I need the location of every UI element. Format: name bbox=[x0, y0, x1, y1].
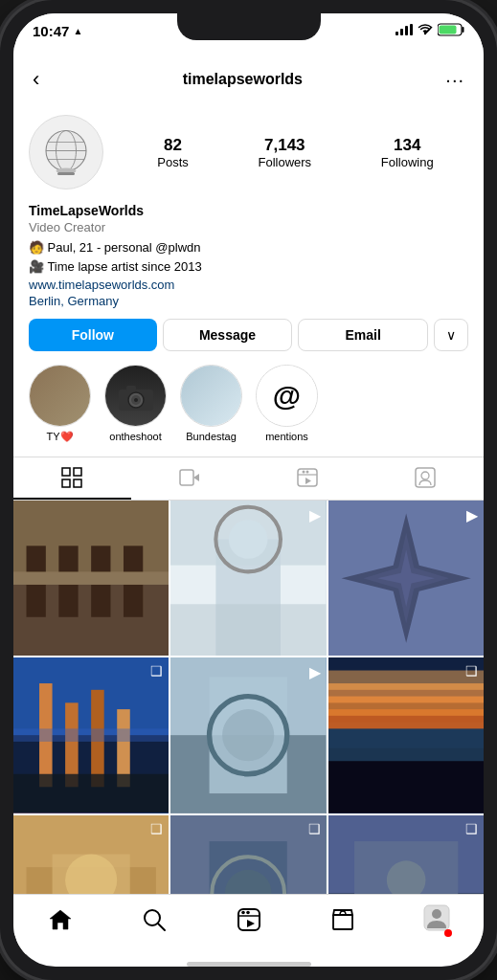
grid-item[interactable]: ❑ bbox=[328, 815, 484, 894]
multi-photo-icon: ❑ bbox=[150, 663, 163, 679]
dropdown-button[interactable]: ∨ bbox=[434, 319, 468, 351]
content-tabs bbox=[13, 457, 484, 501]
tab-reels[interactable] bbox=[249, 457, 367, 500]
nav-search[interactable] bbox=[107, 904, 201, 935]
svg-point-0 bbox=[424, 33, 426, 34]
svg-point-90 bbox=[246, 911, 250, 915]
svg-rect-16 bbox=[126, 386, 136, 391]
video-play-icon: ▶ bbox=[309, 663, 321, 681]
highlight-label: ontheshoot bbox=[109, 431, 161, 442]
grid-tab-icon bbox=[61, 467, 82, 488]
grid-photo bbox=[170, 815, 326, 894]
grid-item[interactable]: ❑ bbox=[13, 815, 169, 894]
tagged-tab-icon bbox=[415, 467, 436, 488]
header: ‹ timelapseworlds ··· bbox=[13, 56, 484, 103]
svg-point-26 bbox=[305, 471, 308, 474]
display-name: TimeLapseWorlds bbox=[29, 203, 468, 218]
grid-photo bbox=[13, 657, 169, 813]
nav-reels[interactable] bbox=[201, 904, 295, 935]
svg-rect-3 bbox=[440, 26, 457, 34]
tab-grid[interactable] bbox=[13, 457, 131, 500]
grid-item[interactable] bbox=[13, 501, 169, 656]
svg-rect-19 bbox=[62, 479, 70, 487]
home-indicator bbox=[187, 962, 311, 967]
grid-photo bbox=[13, 815, 169, 894]
svg-rect-18 bbox=[74, 468, 81, 476]
location-arrow-icon: ▲ bbox=[73, 26, 82, 36]
more-options-button[interactable]: ··· bbox=[441, 65, 468, 95]
status-time: 10:47 ▲ bbox=[33, 23, 82, 39]
profile-category: Video Creator bbox=[29, 220, 468, 234]
svg-rect-51 bbox=[328, 501, 484, 656]
highlight-item[interactable]: TY❤️ bbox=[29, 365, 91, 443]
svg-rect-38 bbox=[58, 546, 78, 571]
grid-item[interactable]: ❑ bbox=[13, 657, 169, 813]
status-icons bbox=[395, 23, 464, 36]
wifi-icon bbox=[418, 24, 433, 35]
video-play-icon: ▶ bbox=[466, 506, 478, 524]
svg-point-15 bbox=[134, 398, 138, 402]
website-link[interactable]: www.timelapseworlds.com bbox=[29, 278, 468, 292]
svg-rect-17 bbox=[62, 468, 70, 476]
grid-item[interactable]: ❑ bbox=[170, 815, 326, 894]
highlight-circle bbox=[180, 365, 242, 427]
svg-rect-36 bbox=[13, 571, 169, 585]
grid-item[interactable]: ▶ bbox=[170, 657, 326, 813]
grid-photo bbox=[328, 815, 484, 894]
posts-stat[interactable]: 82 Posts bbox=[157, 136, 189, 169]
svg-marker-27 bbox=[305, 478, 311, 484]
follow-button[interactable]: Follow bbox=[29, 319, 157, 351]
svg-rect-34 bbox=[91, 585, 110, 617]
svg-rect-33 bbox=[58, 585, 78, 617]
search-icon bbox=[142, 907, 167, 932]
highlight-label: TY❤️ bbox=[46, 431, 73, 443]
message-button[interactable]: Message bbox=[163, 319, 293, 351]
profile-stats-row: 82 Posts 7,143 Followers 134 Following bbox=[29, 115, 468, 189]
svg-point-45 bbox=[229, 520, 268, 559]
svg-rect-37 bbox=[27, 546, 46, 571]
main-content: 82 Posts 7,143 Followers 134 Following bbox=[13, 103, 484, 894]
grid-photo bbox=[13, 501, 169, 656]
grid-photo bbox=[328, 501, 484, 656]
svg-point-29 bbox=[421, 472, 429, 479]
bio-line1: 🧑 Paul, 21 - personal @plwdn bbox=[29, 238, 468, 257]
notch bbox=[177, 13, 321, 40]
svg-marker-91 bbox=[247, 920, 255, 927]
signal-icon bbox=[395, 24, 413, 35]
bio-section: TimeLapseWorlds Video Creator 🧑 Paul, 21… bbox=[29, 203, 468, 319]
svg-line-86 bbox=[158, 924, 165, 930]
grid-item[interactable]: ▶ bbox=[328, 501, 484, 656]
battery-icon bbox=[438, 23, 464, 36]
highlight-item[interactable]: @ mentions bbox=[256, 365, 318, 443]
page-title: timelapseworlds bbox=[183, 71, 303, 88]
svg-point-64 bbox=[222, 709, 274, 761]
followers-stat[interactable]: 7,143 Followers bbox=[258, 136, 311, 169]
highlight-item[interactable]: ontheshoot bbox=[104, 365, 167, 443]
profile-nav-icon bbox=[423, 904, 450, 931]
highlight-label: mentions bbox=[265, 431, 308, 442]
tab-video[interactable] bbox=[131, 457, 249, 500]
nav-shop[interactable] bbox=[296, 904, 390, 935]
highlight-label: Bundestag bbox=[186, 431, 237, 442]
svg-rect-35 bbox=[124, 585, 143, 617]
home-icon bbox=[48, 907, 73, 932]
tab-tagged[interactable] bbox=[366, 457, 484, 500]
grid-item[interactable]: ❑ bbox=[328, 657, 484, 813]
photo-grid: ▶ ▶ bbox=[13, 501, 484, 894]
email-button[interactable]: Email bbox=[298, 319, 428, 351]
back-button[interactable]: ‹ bbox=[29, 63, 43, 96]
grid-photo bbox=[328, 657, 484, 813]
nav-profile[interactable] bbox=[390, 904, 484, 935]
following-stat[interactable]: 134 Following bbox=[381, 136, 434, 169]
nav-home[interactable] bbox=[13, 904, 107, 935]
highlight-item[interactable]: Bundestag bbox=[180, 365, 242, 443]
location-text: Berlin, Germany bbox=[29, 294, 119, 308]
grid-item[interactable]: ▶ bbox=[170, 501, 326, 656]
svg-point-25 bbox=[302, 471, 305, 474]
svg-rect-58 bbox=[13, 774, 169, 813]
reels-tab-icon bbox=[297, 467, 318, 488]
video-play-icon: ▶ bbox=[309, 506, 321, 524]
svg-rect-92 bbox=[333, 915, 352, 929]
multi-photo-icon: ❑ bbox=[465, 821, 478, 836]
camera-icon bbox=[117, 382, 155, 411]
